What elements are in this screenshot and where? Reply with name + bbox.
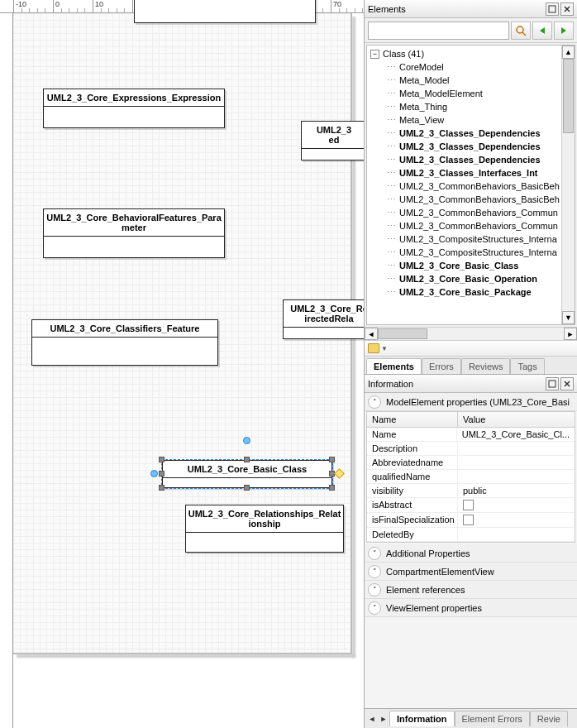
selection-handle[interactable]	[244, 485, 250, 491]
selection-handle[interactable]	[159, 485, 165, 491]
scroll-down-button[interactable]: ▼	[562, 311, 575, 324]
selection-handle[interactable]	[329, 457, 335, 462]
collapsed-section-header[interactable]: ˅ViewElement properties	[365, 599, 577, 617]
property-value[interactable]	[458, 442, 575, 455]
connector-handle[interactable]	[243, 437, 250, 444]
checkbox[interactable]	[463, 500, 474, 510]
tree-item-label: UML2_3_Core_Basic_Operation	[399, 274, 537, 284]
property-value[interactable]: public	[458, 484, 575, 497]
column-header-name[interactable]: Name	[367, 412, 458, 427]
property-value[interactable]	[458, 498, 575, 512]
tree-item[interactable]: ⋯UML2_3_Classes_Dependencies	[367, 140, 561, 153]
scroll-right-button[interactable]: ►	[564, 328, 577, 340]
property-row[interactable]: Description	[367, 442, 575, 456]
modelelement-section-header[interactable]: ˄ ModelElement properties (UML23_Core_Ba…	[365, 393, 577, 411]
nav-back-button[interactable]	[532, 22, 552, 40]
tree-hscrollbar[interactable]: ◄ ►	[365, 327, 577, 340]
arrow-left-icon	[537, 26, 547, 36]
uml-class-box[interactable]: UML2_3_Core_Classifiers_Feature	[31, 319, 218, 366]
uml-class-box[interactable]: UML2_3ed	[301, 121, 364, 160]
panel-close-button[interactable]	[560, 377, 574, 390]
property-value[interactable]	[458, 513, 575, 527]
tab-tags[interactable]: Tags	[510, 358, 544, 374]
collapsed-section-header[interactable]: ˅Additional Properties	[365, 544, 577, 563]
selection-handle[interactable]	[244, 457, 250, 462]
tree-item[interactable]: ⋯Meta_ModelElement	[367, 87, 561, 100]
property-row[interactable]: qualifiedName	[367, 470, 575, 484]
selection-handle[interactable]	[159, 471, 165, 477]
tree-item[interactable]: ⋯Meta_View	[367, 113, 561, 127]
property-row[interactable]: Abbreviatedname	[367, 456, 575, 470]
property-row[interactable]: isAbstract	[367, 498, 575, 513]
tree-item[interactable]: ⋯CoreModel	[367, 60, 561, 74]
tree-item[interactable]: ⋯UML2_3_CompositeStructures_Interna	[367, 246, 561, 259]
chevron-down-icon: ˅	[368, 547, 381, 560]
tree-item[interactable]: ⋯UML2_3_Classes_Interfaces_Int	[367, 166, 561, 180]
scroll-hthumb[interactable]	[378, 328, 427, 339]
tree-item[interactable]: ⋯UML2_3_CompositeStructures_Interna	[367, 232, 561, 246]
tree-root-item[interactable]: −Class (41)	[367, 47, 561, 60]
uml-class-box[interactable]	[134, 0, 316, 23]
uml-class-box[interactable]: UML2_3_Core_Expressions_Expression	[43, 89, 225, 128]
tree-branch-icon: ⋯	[387, 234, 396, 245]
scroll-up-button[interactable]: ▲	[562, 46, 575, 59]
tab-elements[interactable]: Elements	[366, 358, 422, 374]
tree-item[interactable]: ⋯UML2_3_CommonBehaviors_Commun	[367, 219, 561, 232]
selection-handle[interactable]	[329, 485, 335, 491]
panel-maximize-button[interactable]	[546, 377, 559, 390]
tree-item[interactable]: ⋯UML2_3_Core_Basic_Package	[367, 285, 561, 299]
tab-errors[interactable]: Errors	[422, 358, 461, 374]
tree-item[interactable]: ⋯UML2_3_Classes_Dependencies	[367, 153, 561, 166]
tree-item[interactable]: ⋯UML2_3_Core_Basic_Operation	[367, 272, 561, 285]
collapsed-section-header[interactable]: ˅CompartmentElementView	[365, 563, 577, 581]
diagram-canvas[interactable]: UML2_3_Core_Expressions_ExpressionUML2_3…	[13, 13, 352, 654]
property-row[interactable]: DeletedBy	[367, 528, 575, 542]
tree-item[interactable]: ⋯Meta_Model	[367, 74, 561, 87]
tree-item[interactable]: ⋯UML2_3_Classes_Dependencies	[367, 127, 561, 140]
elements-search-input[interactable]	[368, 22, 509, 40]
bottom-tab[interactable]: Information	[389, 711, 455, 726]
uml-class-box[interactable]: UML2_3_Core_Basic_Class	[162, 460, 332, 488]
tree-item[interactable]: ⋯UML2_3_Core_Basic_Class	[367, 259, 561, 272]
tab-reviews[interactable]: Reviews	[461, 358, 511, 374]
uml-class-box[interactable]: UML2_3_Core_ReirectedRela	[283, 299, 364, 339]
scroll-left-button[interactable]: ◄	[365, 328, 378, 340]
property-value[interactable]: UML2_3_Core_Basic_Cl...	[457, 428, 575, 441]
property-row[interactable]: isFinalSpecialization	[367, 513, 575, 528]
panel-maximize-button[interactable]	[546, 2, 559, 16]
tab-scroll-left-button[interactable]: ◄	[366, 713, 378, 725]
panel-close-button[interactable]	[560, 2, 574, 16]
elements-tree[interactable]: −Class (41)⋯CoreModel⋯Meta_Model⋯Meta_Mo…	[367, 46, 561, 324]
tree-collapse-icon[interactable]: −	[370, 50, 379, 59]
column-header-value[interactable]: Value	[458, 412, 575, 427]
property-value[interactable]	[458, 470, 575, 483]
tree-item[interactable]: ⋯UML2_3_CommonBehaviors_Commun	[367, 206, 561, 219]
nav-forward-button[interactable]	[554, 22, 574, 40]
scroll-thumb[interactable]	[563, 59, 574, 133]
breadcrumb-bar[interactable]: ▼	[365, 340, 577, 357]
bottom-tab[interactable]: Revie	[530, 711, 568, 726]
tree-branch-icon: ⋯	[387, 115, 396, 126]
property-row[interactable]: NameUML2_3_Core_Basic_Cl...	[367, 428, 575, 442]
search-button[interactable]	[511, 22, 531, 40]
tree-item[interactable]: ⋯Meta_Thing	[367, 100, 561, 113]
selection-handle[interactable]	[159, 457, 165, 462]
uml-class-box[interactable]: UML2_3_Core_BehavioralFeatures_Parameter	[43, 208, 225, 258]
uml-class-box[interactable]: UML2_3_Core_Relationships_Relationship	[185, 505, 344, 553]
collapsed-section-header[interactable]: ˅Element references	[365, 581, 577, 599]
tab-scroll-right-button[interactable]: ►	[378, 713, 389, 725]
checkbox[interactable]	[463, 515, 474, 525]
property-value[interactable]	[458, 528, 575, 541]
tree-vscrollbar[interactable]: ▲ ▼	[561, 46, 575, 324]
tree-item[interactable]: ⋯UML2_3_CommonBehaviors_BasicBeh	[367, 193, 561, 206]
property-value[interactable]	[458, 456, 575, 469]
scroll-track[interactable]	[562, 59, 575, 311]
tree-item-label: UML2_3_Core_Basic_Class	[399, 261, 518, 271]
scroll-htrack[interactable]	[378, 328, 564, 340]
property-row[interactable]: visibilitypublic	[367, 484, 575, 498]
tree-item[interactable]: ⋯UML2_3_CommonBehaviors_BasicBeh	[367, 180, 561, 193]
connector-handle[interactable]	[334, 468, 345, 479]
uml-class-name: UML2_3ed	[302, 122, 364, 149]
bottom-tab[interactable]: Element Errors	[455, 711, 530, 726]
connector-handle[interactable]	[150, 470, 158, 477]
